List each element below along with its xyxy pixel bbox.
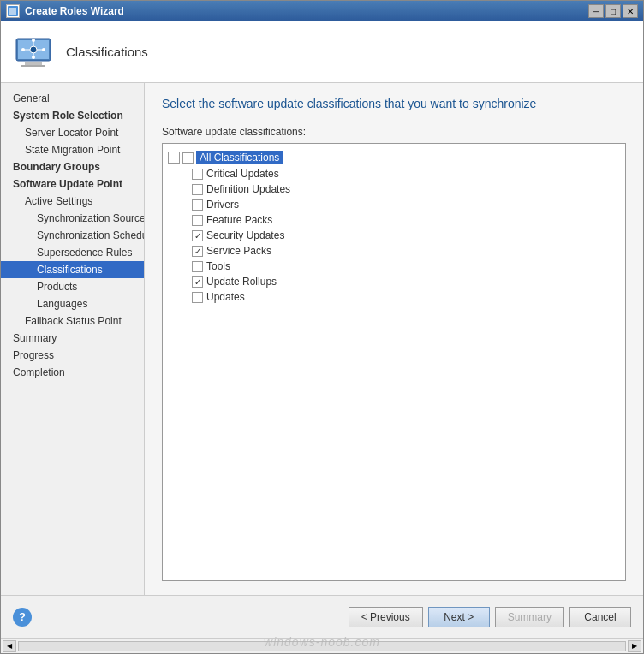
classification-checkbox-1[interactable]: [192, 184, 203, 195]
sidebar-item-0[interactable]: General: [1, 90, 144, 107]
title-bar-controls: ─ □ ✕: [588, 4, 638, 18]
classification-label-0: Critical Updates: [206, 168, 279, 180]
classification-label-3: Feature Packs: [206, 214, 272, 226]
classification-checkbox-3[interactable]: [192, 215, 203, 226]
classification-node-1: Definition Updates: [190, 181, 622, 197]
classification-checkbox-4[interactable]: ✓: [192, 230, 203, 241]
classification-checkbox-8[interactable]: [192, 292, 203, 303]
maximize-button[interactable]: □: [605, 4, 621, 18]
classification-node-6: Tools: [190, 259, 622, 274]
classification-node-4: ✓Security Updates: [190, 228, 622, 243]
all-classifications-label: All Classifications: [196, 151, 283, 164]
all-classifications-checkbox[interactable]: [182, 152, 194, 164]
classification-label-2: Drivers: [206, 199, 239, 211]
title-bar-left: Create Roles Wizard: [6, 4, 124, 18]
classification-node-2: Drivers: [190, 197, 622, 212]
main-content: Select the software update classificatio…: [145, 83, 643, 595]
close-button[interactable]: ✕: [623, 4, 638, 18]
classification-checkbox-6[interactable]: [192, 261, 203, 272]
main-heading: Select the software update classificatio…: [162, 97, 626, 110]
svg-point-14: [42, 48, 45, 51]
tree-root: − All Classifications: [166, 149, 622, 166]
footer-left: ?: [13, 608, 32, 627]
wizard-icon: [13, 32, 54, 73]
window-icon: [6, 4, 20, 18]
svg-point-11: [32, 39, 35, 42]
classification-node-0: Critical Updates: [190, 166, 622, 181]
sidebar-item-15[interactable]: Progress: [1, 347, 144, 364]
footer-buttons: < Previous Next > Summary Cancel: [349, 607, 631, 627]
sidebar-item-8[interactable]: Synchronization Schedule: [1, 227, 144, 244]
svg-rect-4: [25, 62, 42, 65]
sidebar-item-1[interactable]: System Role Selection: [1, 107, 144, 124]
sidebar-item-11[interactable]: Products: [1, 278, 144, 295]
sidebar: GeneralSystem Role SelectionServer Locat…: [1, 83, 145, 595]
sidebar-item-4[interactable]: Boundary Groups: [1, 158, 144, 175]
sidebar-item-13[interactable]: Fallback Status Point: [1, 312, 144, 330]
sidebar-item-3[interactable]: State Migration Point: [1, 141, 144, 158]
svg-point-13: [21, 48, 25, 51]
classifications-label: Software update classifications:: [162, 126, 626, 138]
title-bar: Create Roles Wizard ─ □ ✕: [1, 1, 643, 21]
main-window: Create Roles Wizard ─ □ ✕: [0, 0, 644, 654]
classifications-tree: − All Classifications Critical UpdatesDe…: [162, 143, 626, 581]
summary-button[interactable]: Summary: [495, 607, 564, 627]
sidebar-item-6[interactable]: Active Settings: [1, 193, 144, 210]
classification-node-5: ✓Service Packs: [190, 243, 622, 259]
classification-label-6: Tools: [206, 260, 230, 272]
sidebar-item-5[interactable]: Software Update Point: [1, 175, 144, 193]
tree-children: Critical UpdatesDefinition UpdatesDriver…: [166, 166, 622, 305]
scroll-right[interactable]: ▶: [628, 640, 641, 652]
wizard-body: GeneralSystem Role SelectionServer Locat…: [1, 83, 643, 595]
cancel-button[interactable]: Cancel: [569, 607, 631, 627]
sidebar-item-9[interactable]: Supersedence Rules: [1, 244, 144, 261]
wizard-header: Classifications: [1, 21, 643, 83]
classification-label-5: Service Packs: [206, 245, 271, 257]
tree-expander[interactable]: −: [168, 152, 180, 164]
wizard-footer: ? < Previous Next > Summary Cancel: [1, 595, 643, 638]
svg-point-12: [32, 56, 35, 59]
page-title: Classifications: [66, 45, 148, 59]
sidebar-item-7[interactable]: Synchronization Source: [1, 210, 144, 227]
classification-label-1: Definition Updates: [206, 183, 290, 195]
classification-label-4: Security Updates: [206, 229, 284, 241]
classification-label-7: Update Rollups: [206, 276, 277, 288]
classification-node-8: Updates: [190, 289, 622, 305]
sidebar-item-2[interactable]: Server Locator Point: [1, 124, 144, 141]
help-button[interactable]: ?: [13, 608, 32, 627]
classification-node-7: ✓Update Rollups: [190, 274, 622, 289]
classification-label-8: Updates: [206, 291, 245, 303]
window-title: Create Roles Wizard: [25, 5, 124, 17]
minimize-button[interactable]: ─: [588, 4, 604, 18]
previous-button[interactable]: < Previous: [349, 607, 423, 627]
classification-checkbox-7[interactable]: ✓: [192, 276, 203, 288]
svg-rect-5: [21, 65, 45, 67]
classification-checkbox-0[interactable]: [192, 169, 203, 180]
svg-rect-1: [9, 8, 16, 15]
classification-node-3: Feature Packs: [190, 212, 622, 228]
scrollbar-bottom: ◀ ▶: [1, 638, 643, 653]
scroll-track[interactable]: [18, 641, 626, 651]
sidebar-item-10[interactable]: Classifications: [1, 261, 144, 278]
classification-checkbox-5[interactable]: ✓: [192, 246, 203, 257]
classification-checkbox-2[interactable]: [192, 199, 203, 211]
scroll-left[interactable]: ◀: [3, 640, 16, 652]
next-button[interactable]: Next >: [428, 607, 490, 627]
sidebar-item-12[interactable]: Languages: [1, 295, 144, 312]
sidebar-item-16[interactable]: Completion: [1, 364, 144, 381]
sidebar-item-14[interactable]: Summary: [1, 330, 144, 347]
svg-point-6: [30, 46, 37, 53]
